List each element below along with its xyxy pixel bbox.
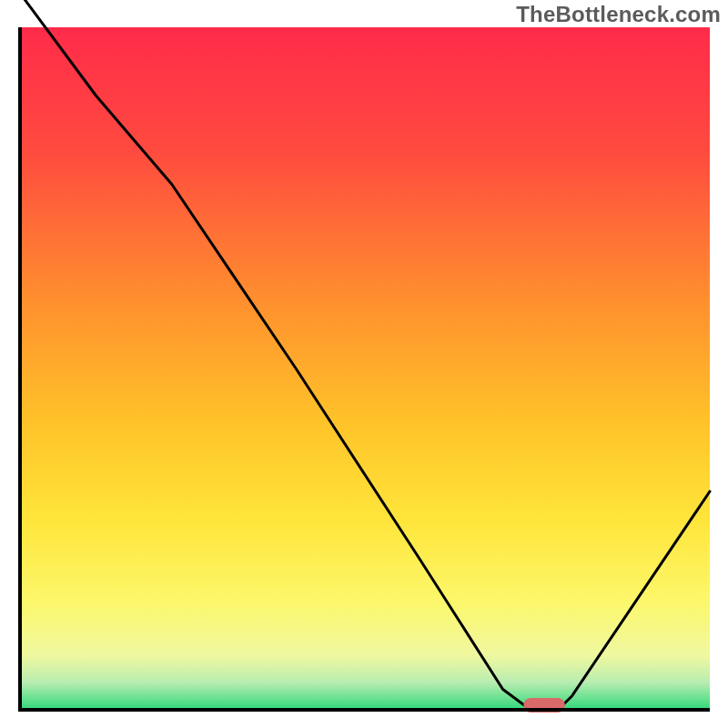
bottleneck-chart bbox=[0, 0, 728, 728]
plot-area bbox=[20, 0, 710, 713]
chart-container: TheBottleneck.com bbox=[0, 0, 728, 728]
watermark-text: TheBottleneck.com bbox=[516, 2, 721, 27]
